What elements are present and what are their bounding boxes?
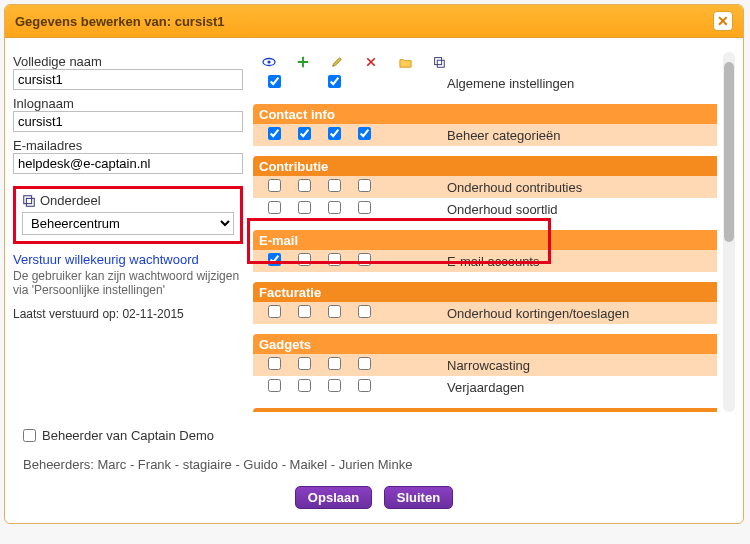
svg-rect-5 bbox=[437, 60, 444, 67]
permission-icons-header bbox=[253, 52, 717, 72]
email-field[interactable] bbox=[13, 153, 243, 174]
permission-checkbox[interactable] bbox=[358, 253, 371, 266]
permission-checkbox[interactable] bbox=[268, 179, 281, 192]
send-password-link[interactable]: Verstuur willekeurig wachtwoord bbox=[13, 252, 243, 267]
plus-icon bbox=[295, 54, 311, 70]
login-label: Inlognaam bbox=[13, 96, 243, 111]
permission-name: E-mail accounts bbox=[439, 254, 539, 269]
close-icon[interactable]: ✕ bbox=[713, 11, 733, 31]
permission-name: Onderhoud kortingen/toeslagen bbox=[439, 306, 629, 321]
section-header: Contributie bbox=[253, 156, 717, 176]
permission-checkbox[interactable] bbox=[268, 75, 281, 88]
email-label: E-mailadres bbox=[13, 138, 243, 153]
permission-name: Beheer categorieën bbox=[439, 128, 560, 143]
permission-checkbox[interactable] bbox=[298, 357, 311, 370]
edit-user-window: Gegevens bewerken van: cursist1 ✕ Volled… bbox=[4, 4, 744, 524]
permission-checkbox[interactable] bbox=[268, 379, 281, 392]
svg-point-3 bbox=[267, 60, 270, 63]
admin-checkbox-label: Beheerder van Captain Demo bbox=[42, 428, 214, 443]
permission-row: E-mail accounts bbox=[253, 250, 717, 272]
permission-name: Onderhoud soortlid bbox=[439, 202, 558, 217]
permission-checkbox[interactable] bbox=[328, 201, 341, 214]
scrollbar[interactable] bbox=[723, 52, 735, 412]
section-highlight: Onderdeel Beheercentrum bbox=[13, 186, 243, 244]
section-header: Facturatie bbox=[253, 282, 717, 302]
permission-checkbox[interactable] bbox=[268, 305, 281, 318]
svg-rect-0 bbox=[24, 195, 32, 203]
permission-checkbox[interactable] bbox=[268, 253, 281, 266]
permission-checkbox[interactable] bbox=[358, 305, 371, 318]
section-label: Onderdeel bbox=[40, 193, 101, 208]
permission-name: Verjaardagen bbox=[439, 380, 524, 395]
layers-icon bbox=[22, 194, 36, 208]
permission-checkbox[interactable] bbox=[328, 179, 341, 192]
full-name-label: Volledige naam bbox=[13, 54, 243, 69]
permission-checkbox[interactable] bbox=[268, 357, 281, 370]
permission-checkbox[interactable] bbox=[328, 357, 341, 370]
permission-name: Onderhoud contributies bbox=[439, 180, 582, 195]
titlebar: Gegevens bewerken van: cursist1 ✕ bbox=[5, 5, 743, 38]
section-header: Gadgets bbox=[253, 334, 717, 354]
permission-row: Onderhoud soortlid bbox=[253, 198, 717, 220]
admin-checkbox-row[interactable]: Beheerder van Captain Demo bbox=[23, 428, 725, 443]
section-select[interactable]: Beheercentrum bbox=[22, 212, 234, 235]
close-button[interactable]: Sluiten bbox=[384, 486, 453, 509]
permission-checkbox[interactable] bbox=[358, 379, 371, 392]
section-header: Importeren bbox=[253, 408, 717, 412]
permission-checkbox[interactable] bbox=[328, 305, 341, 318]
permission-checkbox[interactable] bbox=[298, 179, 311, 192]
window-title: Gegevens bewerken van: cursist1 bbox=[15, 14, 713, 29]
permission-name: Algemene instellingen bbox=[439, 76, 574, 91]
permission-checkbox[interactable] bbox=[328, 75, 341, 88]
full-name-field[interactable] bbox=[13, 69, 243, 90]
permission-row: Algemene instellingen bbox=[253, 72, 717, 94]
permissions-panel: Algemene instellingenContact infoBeheer … bbox=[253, 52, 735, 412]
permission-checkbox[interactable] bbox=[298, 305, 311, 318]
last-sent-label: Laatst verstuurd op: 02-11-2015 bbox=[13, 307, 243, 321]
folder-icon bbox=[397, 54, 413, 70]
permission-checkbox[interactable] bbox=[358, 127, 371, 140]
send-password-hint: De gebruiker kan zijn wachtwoord wijzige… bbox=[13, 269, 243, 297]
permission-checkbox[interactable] bbox=[298, 127, 311, 140]
permission-checkbox[interactable] bbox=[358, 179, 371, 192]
save-button[interactable]: Opslaan bbox=[295, 486, 372, 509]
svg-rect-1 bbox=[26, 198, 34, 206]
permission-row: Onderhoud contributies bbox=[253, 176, 717, 198]
delete-icon bbox=[363, 54, 379, 70]
section-header: Contact info bbox=[253, 104, 717, 124]
permission-checkbox[interactable] bbox=[298, 379, 311, 392]
permission-name: Narrowcasting bbox=[439, 358, 530, 373]
permission-row: Beheer categorieën bbox=[253, 124, 717, 146]
permission-row: Verjaardagen bbox=[253, 376, 717, 398]
admins-list: Beheerders: Marc - Frank - stagiaire - G… bbox=[23, 457, 725, 472]
permission-checkbox[interactable] bbox=[358, 201, 371, 214]
scrollbar-thumb[interactable] bbox=[724, 62, 734, 242]
permission-checkbox[interactable] bbox=[298, 201, 311, 214]
bottom-panel: Beheerder van Captain Demo Beheerders: M… bbox=[5, 420, 743, 523]
permission-checkbox[interactable] bbox=[268, 201, 281, 214]
copy-icon bbox=[431, 54, 447, 70]
permission-checkbox[interactable] bbox=[328, 127, 341, 140]
permission-checkbox[interactable] bbox=[328, 379, 341, 392]
edit-icon bbox=[329, 54, 345, 70]
eye-icon bbox=[261, 54, 277, 70]
permission-checkbox[interactable] bbox=[358, 357, 371, 370]
section-header: E-mail bbox=[253, 230, 717, 250]
svg-rect-4 bbox=[435, 58, 442, 65]
permission-checkbox[interactable] bbox=[268, 127, 281, 140]
permission-checkbox[interactable] bbox=[298, 253, 311, 266]
admin-checkbox[interactable] bbox=[23, 429, 36, 442]
permission-row: Narrowcasting bbox=[253, 354, 717, 376]
permission-row: Onderhoud kortingen/toeslagen bbox=[253, 302, 717, 324]
left-panel: Volledige naam Inlognaam E-mailadres Ond… bbox=[13, 52, 253, 412]
permission-checkbox[interactable] bbox=[328, 253, 341, 266]
login-field[interactable] bbox=[13, 111, 243, 132]
